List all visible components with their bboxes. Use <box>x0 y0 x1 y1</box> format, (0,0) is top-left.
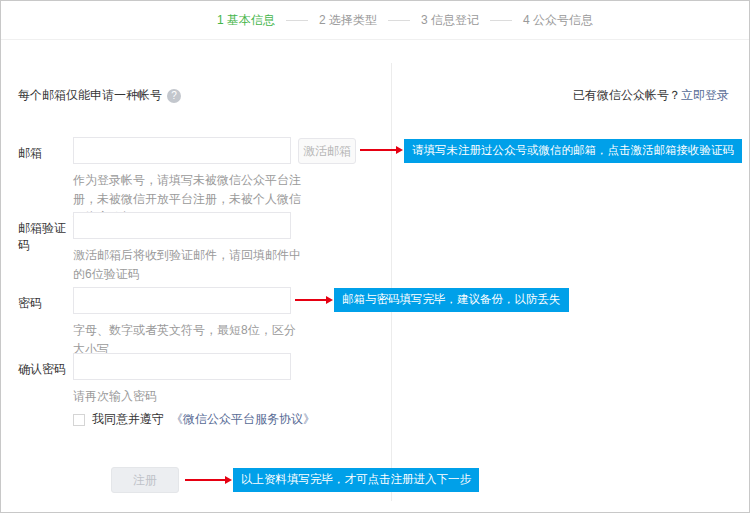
step-info-registration: 3 信息登记 <box>421 12 479 29</box>
email-limit-note: 每个邮箱仅能申请一种帐号 ? <box>18 87 181 104</box>
vertical-divider <box>391 63 392 501</box>
field-email-code: 邮箱验证码 激活邮箱后将收到验证邮件，请回填邮件中的6位验证码 <box>18 212 301 283</box>
agreement-row: 我同意并遵守《微信公众平台服务协议》 <box>73 411 315 428</box>
field-confirm-password: 确认密码 请再次输入密码 <box>18 353 301 406</box>
confirm-password-input[interactable] <box>73 353 291 380</box>
email-input[interactable] <box>73 137 291 164</box>
step-account-info: 4 公众号信息 <box>523 12 593 29</box>
register-button[interactable]: 注册 <box>111 467 179 493</box>
activate-email-button[interactable]: 激活邮箱 <box>298 138 356 164</box>
confirm-password-help-text: 请再次输入密码 <box>73 387 301 406</box>
password-input[interactable] <box>73 287 291 314</box>
step-separator-line <box>286 20 308 21</box>
agreement-text: 我同意并遵守 <box>92 411 164 428</box>
annotation-register-tip: 以上资料填写完毕，才可点击注册进入下一步 <box>233 468 479 492</box>
red-arrow-icon <box>185 479 225 481</box>
login-prompt: 已有微信公众帐号？立即登录 <box>573 87 729 104</box>
email-code-controls: 激活邮箱后将收到验证邮件，请回填邮件中的6位验证码 <box>73 212 301 283</box>
red-arrow-icon <box>295 299 326 301</box>
step-choose-type: 2 选择类型 <box>319 12 377 29</box>
field-password: 密码 字母、数字或者英文符号，最短8位，区分大小写 <box>18 287 301 358</box>
password-controls: 字母、数字或者英文符号，最短8位，区分大小写 <box>73 287 301 358</box>
login-now-link[interactable]: 立即登录 <box>681 88 729 102</box>
login-prompt-text: 已有微信公众帐号？ <box>573 88 681 102</box>
service-agreement-link[interactable]: 《微信公众平台服务协议》 <box>171 411 315 428</box>
email-code-input[interactable] <box>73 212 291 239</box>
annotation-email-tip: 请填写未注册过公众号或微信的邮箱，点击激活邮箱接收验证码 <box>404 139 742 163</box>
step-separator-line <box>490 20 512 21</box>
registration-page: 1 基本信息 2 选择类型 3 信息登记 4 公众号信息 每个邮箱仅能申请一种帐… <box>0 0 750 513</box>
annotation-password-tip: 邮箱与密码填写完毕，建议备份，以防丢失 <box>334 288 569 312</box>
step-separator-line <box>388 20 410 21</box>
email-code-label: 邮箱验证码 <box>18 212 73 283</box>
confirm-password-controls: 请再次输入密码 <box>73 353 301 406</box>
stepper: 1 基本信息 2 选择类型 3 信息登记 4 公众号信息 <box>1 1 749 40</box>
red-arrow-icon <box>360 149 396 151</box>
email-code-help-text: 激活邮箱后将收到验证邮件，请回填邮件中的6位验证码 <box>73 246 301 283</box>
confirm-password-label: 确认密码 <box>18 353 73 406</box>
question-icon[interactable]: ? <box>167 89 181 103</box>
agreement-checkbox[interactable] <box>73 414 85 426</box>
email-limit-note-text: 每个邮箱仅能申请一种帐号 <box>18 87 162 104</box>
step-basic-info: 1 基本信息 <box>217 12 275 29</box>
password-label: 密码 <box>18 287 73 358</box>
